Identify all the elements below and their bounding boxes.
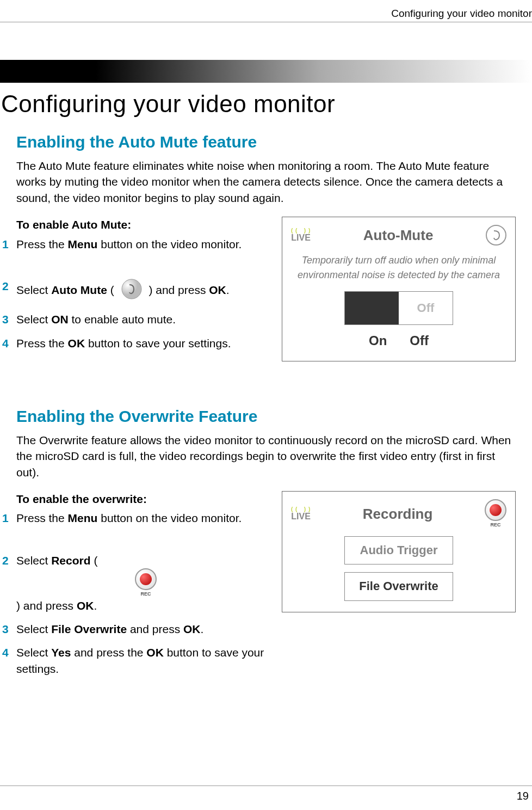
running-header: Configuring your video monitor	[391, 7, 532, 21]
section-auto-mute-title: Enabling the Auto Mute feature	[16, 131, 516, 154]
section-overwrite-desc: The Overwrite feature allows the video m…	[16, 432, 516, 480]
t: File Overwrite	[51, 623, 127, 635]
step-2: 2 Select Auto Mute ( ) and press OK.	[16, 278, 275, 304]
t: button to save your settings.	[85, 337, 231, 349]
step-text: Press the OK button to save your setting…	[16, 335, 275, 351]
t: (	[91, 554, 98, 567]
ear-icon	[486, 225, 506, 246]
t: OK	[77, 599, 94, 612]
step-text: Select Auto Mute ( ) and press OK.	[16, 278, 275, 304]
step-text: Press the Menu button on the video monit…	[16, 236, 275, 252]
t: .	[226, 284, 230, 296]
toggle-on-dark	[345, 292, 399, 324]
page-number: 19	[517, 788, 529, 803]
step-number: 4	[2, 645, 16, 660]
page-title: Configuring your video monitor	[1, 87, 335, 121]
t: button on the video monitor.	[97, 512, 242, 524]
section-auto-mute-desc: The Auto Mute feature eliminates white n…	[16, 158, 516, 206]
t: Menu	[68, 238, 98, 250]
t: ON	[51, 313, 69, 326]
live-label: LIVE	[291, 512, 311, 521]
step-text: Select Record ( REC ) and press OK.	[16, 553, 275, 613]
gradient-banner	[0, 60, 532, 83]
toggle-box: Off	[344, 291, 453, 325]
step-1: 1 Press the Menu button on the video mon…	[16, 510, 275, 526]
step-number: 1	[2, 236, 16, 252]
figure-title: Auto-Mute	[311, 225, 486, 245]
t: and press the	[71, 646, 146, 659]
step-4: 4 Press the OK button to save your setti…	[16, 335, 275, 351]
t: Press the	[16, 337, 68, 349]
live-badge: ( ( ) ) LIVE	[291, 507, 311, 521]
footer-rule	[0, 786, 532, 786]
step-text: Select Yes and press the OK button to sa…	[16, 645, 275, 677]
step-number: 3	[2, 311, 16, 327]
t: .	[94, 599, 97, 612]
t: button on the video monitor.	[97, 238, 242, 250]
figure-recording: ( ( ) ) LIVE Recording REC Audio Trigger…	[282, 491, 516, 612]
rec-sub: REC	[490, 521, 500, 529]
figure-auto-mute: ( ( ) ) LIVE Auto-Mute Temporarily turn …	[282, 217, 516, 361]
step-number: 2	[2, 553, 16, 568]
on-label: On	[369, 332, 387, 350]
menu-option-audio-trigger: Audio Trigger	[344, 536, 453, 565]
overwrite-subheading: To enable the overwrite:	[16, 491, 275, 507]
step-text: Press the Menu button on the video monit…	[16, 510, 275, 526]
step-1: 1 Press the Menu button on the video mon…	[16, 236, 275, 252]
step-3: 3 Select ON to enable auto mute.	[16, 311, 275, 327]
t: OK	[68, 337, 85, 349]
step-text: Select File Overwrite and press OK.	[16, 621, 275, 637]
t: Record	[51, 554, 90, 567]
t: .	[201, 623, 204, 635]
section-overwrite-title: Enabling the Overwrite Feature	[16, 405, 516, 428]
ear-icon	[121, 278, 143, 304]
figure-title: Recording	[311, 504, 485, 524]
t: Menu	[68, 512, 98, 524]
live-badge: ( ( ) ) LIVE	[291, 228, 311, 242]
live-label: LIVE	[291, 234, 311, 242]
off-label: Off	[410, 332, 429, 350]
svg-point-0	[122, 279, 141, 299]
t: Auto Mute	[51, 284, 107, 296]
t: Select	[16, 313, 51, 326]
record-icon: REC	[20, 568, 272, 598]
record-icon: REC	[485, 499, 506, 529]
t: Press the	[16, 512, 68, 524]
t: (	[107, 284, 117, 296]
step-3: 3 Select File Overwrite and press OK.	[16, 621, 275, 637]
figure-desc: Temporarily turn off audio when only min…	[291, 253, 506, 283]
step-text: Select ON to enable auto mute.	[16, 311, 275, 327]
t: Press the	[16, 238, 68, 250]
t: and press	[127, 623, 183, 635]
t: OK	[209, 284, 226, 296]
menu-option-file-overwrite: File Overwrite	[344, 572, 453, 601]
t: Select	[16, 646, 51, 659]
step-2: 2 Select Record ( REC ) and press OK.	[16, 553, 275, 613]
step-number: 3	[2, 621, 16, 637]
t: OK	[183, 623, 201, 635]
t: Yes	[51, 646, 71, 659]
toggle-off-light: Off	[399, 292, 453, 324]
step-number: 4	[2, 335, 16, 351]
t: Select	[16, 623, 51, 635]
t: to enable auto mute.	[69, 313, 176, 326]
rec-sub: REC	[140, 591, 151, 598]
t: OK	[146, 646, 164, 659]
t: ) and press	[16, 599, 77, 612]
header-rule	[0, 22, 532, 22]
step-4: 4 Select Yes and press the OK button to …	[16, 645, 275, 677]
t: Select	[16, 554, 51, 567]
step-number: 1	[2, 510, 16, 526]
auto-mute-subheading: To enable Auto Mute:	[16, 217, 275, 232]
t: ) and press	[149, 284, 209, 296]
t: Select	[16, 284, 51, 296]
step-number: 2	[2, 278, 16, 294]
